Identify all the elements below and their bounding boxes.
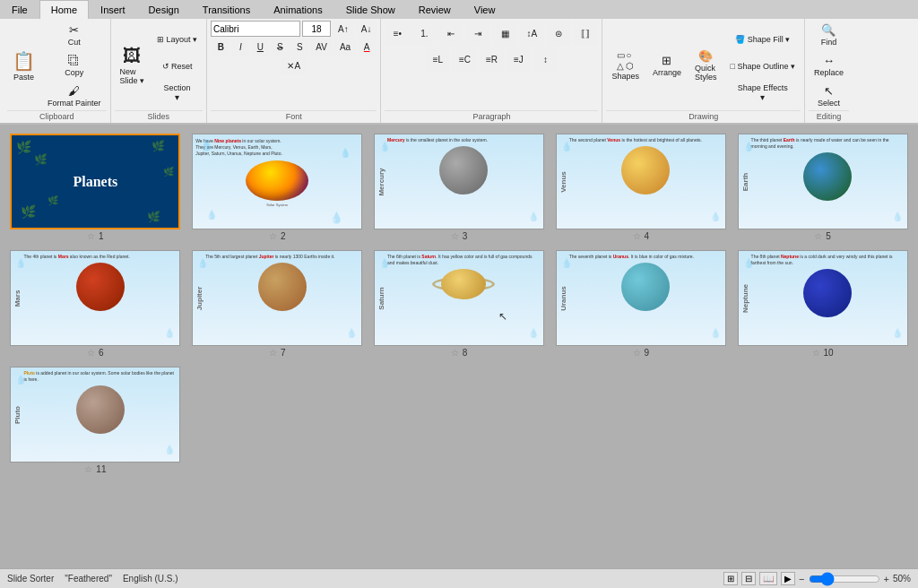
slide-preview-10[interactable]: 💧 💧 Neptune The 8th planet Neptune is a …: [738, 250, 908, 346]
slide-sorter-button[interactable]: ⊟: [741, 572, 756, 585]
slide-preview-3[interactable]: 💧 💧 Mercury Mercury is the smallest plan…: [374, 134, 544, 229]
shapes-button[interactable]: ▭○ △⬡ Shapes: [606, 41, 645, 90]
decrease-indent-button[interactable]: ⇤: [438, 21, 463, 46]
zoom-plus[interactable]: +: [884, 574, 889, 584]
format-painter-button[interactable]: 🖌 Format Painter: [42, 82, 107, 110]
tab-file[interactable]: File: [0, 0, 39, 19]
cut-button[interactable]: ✂ Cut: [42, 21, 107, 49]
tab-review[interactable]: Review: [407, 0, 463, 19]
new-slide-button[interactable]: 🖼 NewSlide ▾: [115, 41, 151, 90]
font-controls: A↑ A↓ B I U S S AV Aa A ✕A: [211, 21, 377, 110]
normal-view-button[interactable]: ⊞: [723, 572, 738, 585]
tab-design[interactable]: Design: [137, 0, 191, 19]
align-left-button[interactable]: ≡L: [425, 47, 450, 72]
strikethrough-button[interactable]: S: [271, 38, 289, 56]
align-text-button[interactable]: ⊜: [546, 21, 571, 46]
slide-thumb-5[interactable]: 💧 💧 Earth The third planet Earth is near…: [736, 134, 909, 241]
align-right-button[interactable]: ≡R: [479, 47, 504, 72]
slide-thumb-9[interactable]: 💧 💧 Uranus The seventh planet is Uranus.…: [554, 250, 727, 358]
slide-thumb-1[interactable]: 🌿 🌿 🌿 🌿 🌿 🌿 🌿 Planets ☆ 1: [9, 134, 182, 241]
font-size-input[interactable]: [302, 21, 331, 37]
tab-insert[interactable]: Insert: [89, 0, 137, 19]
font-row3: ✕A: [281, 56, 306, 74]
shape-fill-button[interactable]: 🪣 Shape Fill ▾: [725, 26, 801, 51]
tab-slideshow[interactable]: Slide Show: [334, 0, 407, 19]
font-name-input[interactable]: [211, 21, 300, 37]
tab-transitions[interactable]: Transitions: [191, 0, 262, 19]
slide-preview-2[interactable]: 💧 💧 💧 💧 We have Nine planets in our sola…: [192, 134, 362, 229]
italic-button[interactable]: I: [231, 38, 249, 56]
find-button[interactable]: 🔍 Find: [816, 21, 843, 49]
tab-home[interactable]: Home: [39, 0, 89, 19]
slide-num-4: ☆ 4: [633, 231, 650, 241]
replace-button[interactable]: ↔ Replace: [809, 51, 849, 80]
tab-view[interactable]: View: [463, 0, 507, 19]
font-color-button[interactable]: A: [358, 38, 376, 56]
increase-indent-button[interactable]: ⇥: [465, 21, 490, 46]
slide-preview-5[interactable]: 💧 💧 Earth The third planet Earth is near…: [738, 134, 908, 229]
reading-view-button[interactable]: 📖: [759, 572, 777, 585]
paste-button[interactable]: 📋 Paste: [7, 41, 40, 90]
slide-thumb-11[interactable]: 💧 💧 Pluto Pluto is added planet in our s…: [9, 367, 182, 474]
clear-format-button[interactable]: ✕A: [281, 56, 306, 74]
justify-button[interactable]: ≡J: [506, 47, 531, 72]
slide-preview-8[interactable]: 💧 💧 Saturn The 6th planet is Saturn. It …: [374, 250, 544, 346]
slideshow-button[interactable]: ▶: [781, 572, 795, 585]
text-shadow-button[interactable]: S: [290, 38, 308, 56]
underline-button[interactable]: U: [251, 38, 269, 56]
tab-animations[interactable]: Animations: [262, 0, 333, 19]
columns-button[interactable]: ▦: [492, 21, 517, 46]
slide-thumb-6[interactable]: 💧 💧 Mars The 4th planet is Mars also kno…: [9, 250, 182, 358]
character-spacing-button[interactable]: AV: [310, 38, 333, 56]
slide-sorter-label[interactable]: Slide Sorter: [7, 574, 54, 584]
bullets-button[interactable]: ≡•: [385, 21, 410, 46]
slide-preview-11[interactable]: 💧 💧 Pluto Pluto is added planet in our s…: [10, 367, 180, 463]
slides-label: Slides: [115, 110, 204, 123]
reset-label: ↺ Reset: [162, 62, 193, 71]
clipboard-buttons: 📋 Paste ✂ Cut ⿻ Copy 🖌 Format Painter: [7, 21, 107, 110]
slide-preview-7[interactable]: 💧 💧 Jupiter The 5th and largest planet J…: [192, 250, 362, 346]
quick-styles-button[interactable]: 🎨 QuickStyles: [689, 41, 723, 90]
new-slide-icon: 🖼: [123, 46, 141, 66]
slide-thumb-7[interactable]: 💧 💧 Jupiter The 5th and largest planet J…: [191, 250, 364, 358]
slide-thumb-4[interactable]: 💧 💧 Venus The second planet Venus is the…: [554, 134, 727, 241]
earth-label: Earth: [741, 172, 749, 190]
paragraph-label: Paragraph: [385, 110, 598, 123]
earth-circle: [803, 152, 852, 201]
star-6: ☆: [87, 348, 95, 358]
slide1-title: Planets: [74, 174, 118, 190]
bold-button[interactable]: B: [212, 38, 230, 56]
shape-effects-button[interactable]: Shape Effects ▾: [725, 80, 801, 105]
select-button[interactable]: ↖ Select: [812, 82, 845, 110]
numbering-button[interactable]: 1.: [411, 21, 437, 46]
layout-button[interactable]: ⊞ Layout ▾: [152, 26, 203, 51]
section-button[interactable]: Section ▾: [152, 80, 203, 105]
slide-thumb-10[interactable]: 💧 💧 Neptune The 8th planet Neptune is a …: [736, 250, 909, 358]
slide-preview-9[interactable]: 💧 💧 Uranus The seventh planet is Uranus.…: [556, 250, 726, 346]
copy-button[interactable]: ⿻ Copy: [42, 51, 107, 80]
reset-button[interactable]: ↺ Reset: [152, 53, 203, 78]
zoom-slider[interactable]: [809, 574, 880, 584]
shape-outline-button[interactable]: □ Shape Outline ▾: [725, 53, 801, 78]
text-direction-button[interactable]: ↕A: [519, 21, 544, 46]
increase-font-button[interactable]: A↑: [333, 21, 354, 37]
decrease-font-button[interactable]: A↓: [356, 21, 377, 37]
shapes-grid: ▭○ △⬡: [617, 50, 634, 71]
arrange-button[interactable]: ⊞ Arrange: [647, 41, 687, 90]
editing-label: Editing: [809, 110, 849, 123]
align-center-button[interactable]: ≡C: [452, 47, 477, 72]
slide-preview-4[interactable]: 💧 💧 Venus The second planet Venus is the…: [556, 134, 726, 229]
slide-preview-6[interactable]: 💧 💧 Mars The 4th planet is Mars also kno…: [10, 250, 180, 346]
change-case-button[interactable]: Aa: [334, 38, 356, 56]
paste-label: Paste: [13, 73, 34, 82]
slide-preview-1[interactable]: 🌿 🌿 🌿 🌿 🌿 🌿 🌿 Planets: [10, 134, 180, 229]
zoom-minus[interactable]: −: [799, 574, 804, 584]
shapes-label: Shapes: [611, 72, 639, 81]
slide-num-6: ☆ 6: [87, 348, 104, 358]
line-spacing-button[interactable]: ↕: [533, 47, 558, 72]
smartart-button[interactable]: ⟦⟧: [573, 21, 598, 46]
slide-thumb-2[interactable]: 💧 💧 💧 💧 We have Nine planets in our sola…: [191, 134, 364, 241]
group-drawing: ▭○ △⬡ Shapes ⊞ Arrange 🎨 QuickStyles 🪣 S…: [602, 19, 805, 123]
slide-thumb-3[interactable]: 💧 💧 Mercury Mercury is the smallest plan…: [373, 134, 546, 241]
slide-thumb-8[interactable]: 💧 💧 Saturn The 6th planet is Saturn. It …: [373, 250, 546, 358]
